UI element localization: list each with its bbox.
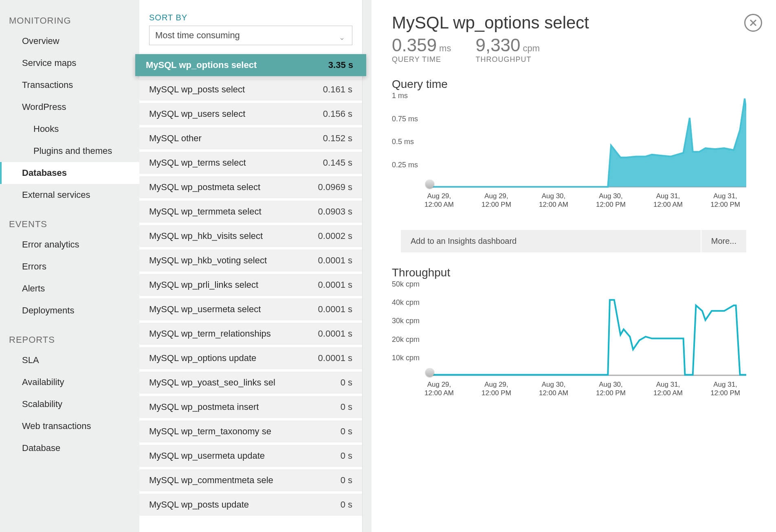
close-icon[interactable] [744, 14, 762, 32]
nav-web-transactions[interactable]: Web transactions [0, 415, 139, 437]
query-time: 0 s [334, 475, 352, 486]
query-name: MySQL wp_users select [149, 109, 245, 119]
query-name: MySQL wp_hkb_visits select [149, 231, 263, 241]
nav-availability[interactable]: Availability [0, 371, 139, 393]
x-tick: Aug 30,12:00 PM [587, 192, 635, 209]
chart-throughput[interactable]: 50k cpm40k cpm30k cpm20k cpm10k cpmAug 2… [392, 283, 746, 405]
query-name: MySQL wp_terms select [149, 158, 246, 168]
y-tick: 10k cpm [392, 354, 420, 362]
nav-error-analytics[interactable]: Error analytics [0, 234, 139, 256]
query-time: 0 s [334, 377, 352, 388]
query-name: MySQL wp_usermeta select [149, 304, 261, 315]
chart-title-querytime: Query time [392, 78, 762, 91]
add-to-insights-button[interactable]: Add to an Insights dashboard [401, 230, 701, 252]
query-row[interactable]: MySQL wp_yoast_seo_links sel0 s [139, 372, 362, 394]
chart-title-throughput: Throughput [392, 266, 762, 279]
x-tick: Aug 30,12:00 AM [529, 192, 578, 209]
x-tick: Aug 31,12:00 PM [701, 380, 750, 398]
kpi-unit: ms [439, 43, 451, 53]
query-row[interactable]: MySQL wp_terms select0.145 s [139, 152, 362, 174]
nav-plugins-and-themes[interactable]: Plugins and themes [0, 140, 139, 162]
query-time: 0.156 s [317, 109, 352, 119]
nav-databases[interactable]: Databases [0, 162, 139, 184]
chart-scrubber[interactable] [425, 180, 434, 188]
query-row[interactable]: MySQL wp_posts select0.161 s [139, 79, 362, 101]
query-time: 0.0002 s [312, 231, 352, 241]
query-row[interactable]: MySQL wp_posts update0 s [139, 494, 362, 516]
query-time: 0.0001 s [312, 280, 352, 290]
nav-hooks[interactable]: Hooks [0, 118, 139, 140]
query-time: 0.0001 s [312, 304, 352, 315]
section-monitoring: MONITORING [0, 15, 139, 30]
query-row[interactable]: MySQL wp_usermeta select0.0001 s [139, 298, 362, 320]
x-tick: Aug 30,12:00 PM [587, 380, 635, 398]
nav-transactions[interactable]: Transactions [0, 74, 139, 96]
query-row[interactable]: MySQL wp_options select3.35 s [135, 54, 366, 76]
y-tick: 1 ms [392, 92, 408, 100]
x-tick: Aug 31,12:00 AM [644, 380, 692, 398]
query-name: MySQL wp_postmeta insert [149, 402, 259, 412]
query-row[interactable]: MySQL wp_commentmeta sele0 s [139, 469, 362, 491]
kpi-value: 9,330 [475, 35, 520, 55]
query-row[interactable]: MySQL wp_prli_links select0.0001 s [139, 274, 362, 296]
query-time: 0.0001 s [312, 328, 352, 339]
detail-title: MySQL wp_options select [392, 13, 762, 33]
query-time: 0.145 s [317, 158, 352, 168]
section-reports: REPORTS [0, 335, 139, 349]
query-time: 0.0969 s [312, 182, 352, 193]
nav-overview[interactable]: Overview [0, 30, 139, 52]
x-tick: Aug 29,12:00 AM [415, 192, 464, 209]
nav-service-maps[interactable]: Service maps [0, 52, 139, 74]
query-row[interactable]: MySQL wp_postmeta insert0 s [139, 396, 362, 418]
nav-scalability[interactable]: Scalability [0, 393, 139, 415]
chart-scrubber[interactable] [425, 368, 434, 377]
query-name: MySQL wp_commentmeta sele [149, 475, 273, 486]
x-tick: Aug 31,12:00 PM [701, 192, 750, 209]
section-events: EVENTS [0, 219, 139, 234]
query-name: MySQL wp_term_taxonomy se [149, 426, 271, 437]
query-detail-panel: MySQL wp_options select 0.359ms QUERY TI… [372, 0, 776, 532]
nav-wordpress[interactable]: WordPress [0, 96, 139, 118]
query-row[interactable]: MySQL wp_usermeta update0 s [139, 445, 362, 467]
nav-deployments[interactable]: Deployments [0, 300, 139, 322]
x-tick: Aug 29,12:00 PM [472, 192, 521, 209]
nav-errors[interactable]: Errors [0, 256, 139, 278]
query-row[interactable]: MySQL wp_term_taxonomy se0 s [139, 420, 362, 442]
sort-label: SORT BY [139, 13, 362, 26]
query-row[interactable]: MySQL wp_termmeta select0.0903 s [139, 201, 362, 223]
nav-alerts[interactable]: Alerts [0, 278, 139, 300]
query-row[interactable]: MySQL wp_hkb_voting select0.0001 s [139, 250, 362, 271]
y-tick: 0.75 ms [392, 115, 418, 123]
y-tick: 40k cpm [392, 298, 420, 307]
query-time: 0 s [334, 499, 352, 510]
query-time: 0 s [334, 451, 352, 461]
query-time: 0.0001 s [312, 353, 352, 363]
kpi-label: QUERY TIME [392, 55, 451, 64]
query-row[interactable]: MySQL wp_users select0.156 s [139, 103, 362, 125]
x-tick: Aug 31,12:00 AM [644, 192, 692, 209]
query-time: 0.161 s [317, 84, 352, 95]
query-row[interactable]: MySQL wp_postmeta select0.0969 s [139, 176, 362, 198]
y-tick: 0.5 ms [392, 138, 414, 146]
y-tick: 30k cpm [392, 317, 420, 325]
query-time: 0.0001 s [312, 255, 352, 266]
chart-query-time[interactable]: 1 ms0.75 ms0.5 ms0.25 msAug 29,12:00 AMA… [392, 95, 746, 221]
query-name: MySQL wp_prli_links select [149, 280, 258, 290]
nav-external-services[interactable]: External services [0, 184, 139, 206]
query-row[interactable]: MySQL wp_hkb_visits select0.0002 s [139, 225, 362, 247]
y-tick: 20k cpm [392, 335, 420, 344]
query-row[interactable]: MySQL wp_options update0.0001 s [139, 347, 362, 369]
x-tick: Aug 29,12:00 PM [472, 380, 521, 398]
query-row[interactable]: MySQL other0.152 s [139, 127, 362, 149]
nav-database[interactable]: Database [0, 437, 139, 459]
x-tick: Aug 30,12:00 AM [529, 380, 578, 398]
kpi-unit: cpm [523, 43, 540, 53]
insights-bar: Add to an Insights dashboard More... [401, 230, 746, 252]
query-name: MySQL wp_posts select [149, 84, 245, 95]
query-row[interactable]: MySQL wp_term_relationships0.0001 s [139, 323, 362, 345]
nav-sla[interactable]: SLA [0, 349, 139, 371]
insights-more-button[interactable]: More... [701, 230, 746, 252]
sort-select[interactable]: Most time consuming [149, 26, 352, 45]
x-tick: Aug 29,12:00 AM [415, 380, 464, 398]
y-tick: 0.25 ms [392, 161, 418, 169]
